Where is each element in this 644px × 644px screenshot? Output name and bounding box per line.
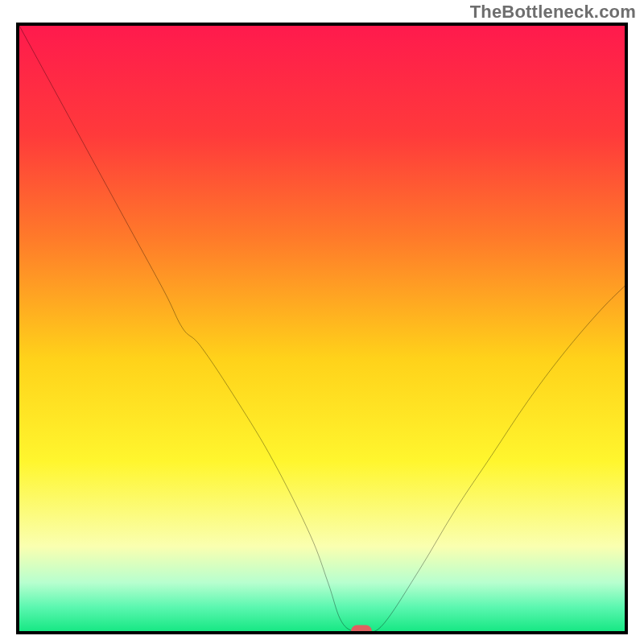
watermark-text: TheBottleneck.com — [470, 2, 636, 23]
bottleneck-curve — [19, 26, 625, 631]
chart-frame — [16, 23, 628, 634]
optimum-marker — [351, 625, 372, 635]
chart-stage: TheBottleneck.com — [0, 0, 644, 644]
curve-path — [19, 26, 625, 631]
